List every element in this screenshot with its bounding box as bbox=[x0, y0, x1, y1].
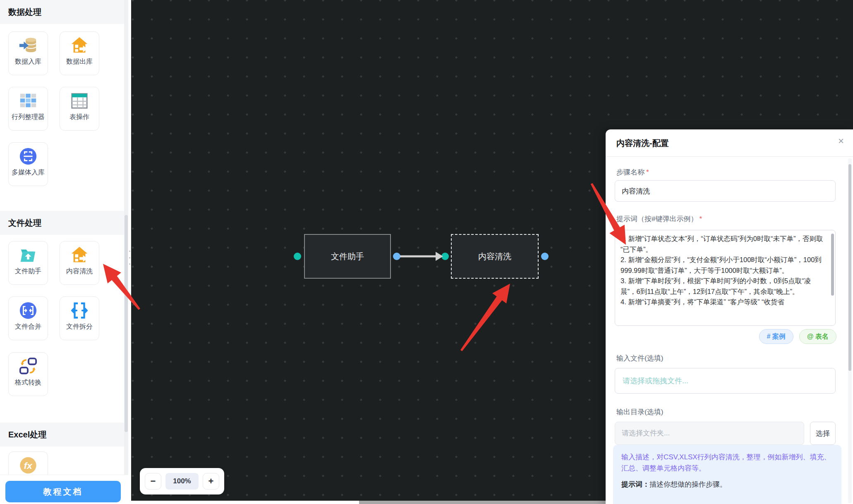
section-header-file: 文件处理 bbox=[0, 211, 128, 235]
split-icon bbox=[70, 301, 89, 320]
zoom-out-button[interactable]: − bbox=[145, 473, 161, 490]
info-description: 输入描述，对CSV,XLSX行列内容清洗，整理，例如新增列、填充、汇总、调整单元… bbox=[621, 451, 833, 474]
info-box: 输入描述，对CSV,XLSX行列内容清洗，整理，例如新增列、填充、汇总、调整单元… bbox=[613, 445, 841, 504]
step-name-input[interactable] bbox=[615, 180, 836, 202]
input-file-label: 输入文件(选填) bbox=[616, 354, 663, 363]
sidebar-item-data-in[interactable]: 数据入库 bbox=[8, 31, 48, 75]
output-dir-field[interactable] bbox=[615, 422, 804, 445]
sidebar-item-label: 内容清洗 bbox=[66, 267, 93, 276]
section-header-data: 数据处理 bbox=[0, 0, 128, 24]
panel-scrollbar-thumb[interactable] bbox=[848, 164, 851, 371]
sidebar-item-table-op[interactable]: 表操作 bbox=[60, 87, 99, 131]
edge-connector bbox=[396, 248, 448, 266]
resize-handle-icon bbox=[129, 251, 130, 265]
sidebar-scrollbar-thumb[interactable] bbox=[125, 215, 128, 432]
panel-title: 内容清洗-配置 bbox=[616, 138, 669, 149]
node-file-helper[interactable]: 文件助手 bbox=[304, 234, 391, 279]
output-port[interactable] bbox=[541, 253, 549, 260]
node-label: 内容清洗 bbox=[478, 251, 511, 262]
sidebar-item-format-convert[interactable]: 格式转换 bbox=[8, 352, 48, 396]
input-file-field[interactable] bbox=[615, 368, 836, 394]
sidebar-item-rowcol[interactable]: 行列整理器 bbox=[8, 87, 48, 131]
section-title: 文件处理 bbox=[8, 217, 41, 229]
node-content-clean[interactable]: 内容清洗 bbox=[451, 234, 539, 279]
node-label: 文件助手 bbox=[331, 251, 364, 262]
sidebar-item-file-split[interactable]: 文件拆分 bbox=[60, 296, 99, 340]
section-title: 数据处理 bbox=[8, 7, 41, 18]
output-dir-label: 输出目录(选填) bbox=[616, 407, 663, 417]
folder-upload-icon bbox=[19, 246, 38, 265]
fx-icon: fx bbox=[19, 456, 38, 475]
sidebar-resize-gutter[interactable] bbox=[128, 0, 131, 504]
sidebar-item-label: 多媒体入库 bbox=[12, 168, 45, 177]
sidebar-item-label: 格式转换 bbox=[15, 378, 41, 387]
panel-header: 内容清洗-配置 × bbox=[606, 129, 853, 157]
svg-text:fx: fx bbox=[24, 461, 33, 471]
zoom-level: 100% bbox=[165, 473, 199, 490]
section-title: Excel处理 bbox=[8, 429, 46, 440]
sidebar-item-label: 数据入库 bbox=[15, 57, 41, 66]
config-panel: 内容清洗-配置 × 步骤名称* 提示词（按#键弹出示例）* 1. 新增“订单状态… bbox=[606, 129, 853, 504]
prompt-helper-buttons: # 案例 @ 表名 bbox=[759, 329, 836, 344]
section-header-excel: Excel处理 bbox=[0, 423, 128, 447]
close-icon[interactable]: × bbox=[838, 136, 844, 146]
sidebar-item-file-merge[interactable]: 文件合并 bbox=[8, 296, 48, 340]
media-scan-icon bbox=[19, 147, 38, 166]
sidebar-footer: 教程文档 bbox=[0, 475, 128, 504]
zoom-in-button[interactable]: + bbox=[203, 473, 219, 490]
sidebar-item-label: 文件合并 bbox=[15, 322, 41, 331]
sidebar: 数据处理 数据入库 数据出库 bbox=[0, 0, 128, 504]
zoom-toolbar: − 100% + bbox=[140, 468, 224, 494]
input-port[interactable] bbox=[294, 253, 301, 260]
app-window: 数据处理 数据入库 数据出库 bbox=[0, 0, 853, 504]
table-icon bbox=[70, 91, 89, 110]
merge-icon bbox=[19, 301, 38, 320]
info-hint: 提示词：描述你想做的操作步骤。 bbox=[621, 480, 833, 489]
sidebar-item-data-out[interactable]: 数据出库 bbox=[60, 31, 99, 75]
step-name-label: 步骤名称* bbox=[616, 167, 649, 177]
prompt-label: 提示词（按#键弹出示例）* bbox=[616, 214, 702, 224]
prompt-scrollbar-thumb[interactable] bbox=[831, 234, 834, 296]
house-export-icon bbox=[70, 36, 89, 55]
database-in-icon bbox=[19, 36, 38, 55]
prompt-textarea[interactable]: 1. 新增“订单状态文本”列，“订单状态码”列为0时取“未下单”，否则取“已下单… bbox=[615, 230, 836, 326]
select-folder-button[interactable]: 选择 bbox=[810, 422, 836, 445]
table-name-button[interactable]: @ 表名 bbox=[799, 329, 836, 344]
convert-icon bbox=[19, 357, 38, 376]
sidebar-item-excel-fx[interactable]: fx bbox=[8, 451, 48, 475]
sidebar-item-content-clean[interactable]: 内容清洗 bbox=[60, 241, 99, 285]
sidebar-item-label: 表操作 bbox=[69, 113, 89, 122]
sidebar-item-label: 数据出库 bbox=[66, 57, 93, 66]
grid-icon bbox=[19, 91, 38, 110]
sidebar-item-label: 文件拆分 bbox=[66, 322, 93, 331]
horizontal-scrollbar-thumb[interactable] bbox=[359, 501, 642, 504]
sidebar-item-label: 文件助手 bbox=[15, 267, 41, 276]
sidebar-item-label: 行列整理器 bbox=[12, 113, 45, 122]
sidebar-item-media-in[interactable]: 多媒体入库 bbox=[8, 142, 48, 186]
house-export-icon bbox=[70, 246, 89, 265]
case-example-button[interactable]: # 案例 bbox=[759, 329, 793, 344]
sidebar-item-file-helper[interactable]: 文件助手 bbox=[8, 241, 48, 285]
tutorial-docs-button[interactable]: 教程文档 bbox=[5, 481, 121, 502]
